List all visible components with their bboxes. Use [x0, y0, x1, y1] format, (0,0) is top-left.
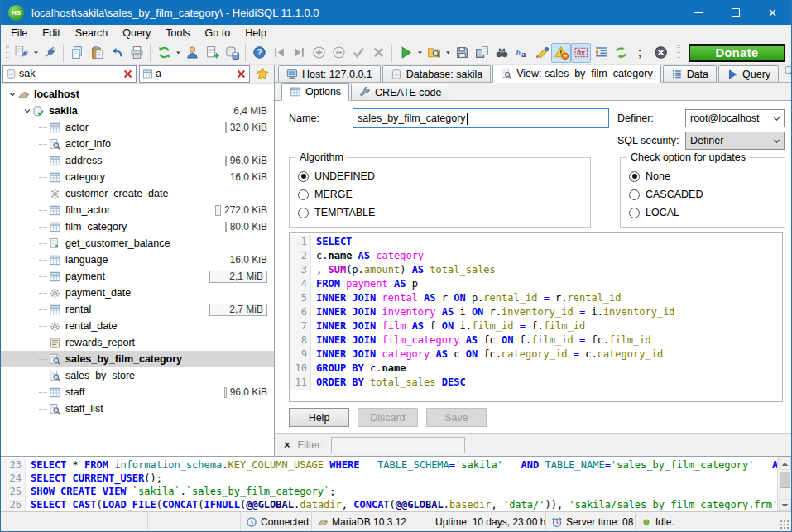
donate-grip[interactable] [677, 45, 680, 61]
discard-button[interactable]: Discard [358, 408, 418, 427]
tab-data[interactable]: Data [663, 65, 717, 82]
tree-item-sales_by_film_category[interactable]: sales_by_film_category [1, 351, 274, 367]
load-sql-file-button[interactable] [424, 43, 444, 63]
stop-query-button[interactable] [650, 43, 670, 63]
check-option-radio-none[interactable]: None [629, 167, 785, 185]
refresh-dropdown-button[interactable] [174, 43, 182, 63]
new-query-tab-button[interactable] [785, 64, 792, 79]
tab-host-127-0-0-1[interactable]: Host: 127.0.0.1 [278, 65, 381, 82]
check-option-radio-local[interactable]: LOCAL [629, 204, 785, 222]
tree-item-sales_by_store[interactable]: sales_by_store [1, 367, 274, 384]
delete-record-button[interactable] [329, 43, 348, 63]
load-sql-file-dropdown-button[interactable] [444, 43, 452, 63]
view-name-input[interactable]: sales_by_film_category [353, 108, 609, 128]
donate-button[interactable]: Donate [689, 44, 785, 62]
view-binary-as-hex-button[interactable]: 0x [571, 43, 591, 63]
tree-item-get_customer_balance[interactable]: get_customer_balance [1, 235, 274, 252]
subtab-create-code[interactable]: CREATE code [351, 84, 449, 100]
disconnect-button[interactable] [40, 43, 60, 63]
database-filter-input[interactable]: sak [2, 65, 137, 83]
sql-log[interactable]: 23SELECT * FROM information_schema.KEY_C… [1, 457, 777, 512]
tree-item-staff_list[interactable]: staff_list [1, 400, 274, 417]
copy-button[interactable] [67, 43, 87, 63]
menu-file[interactable]: File [3, 26, 35, 41]
tree-item-payment_date[interactable]: payment_date [1, 285, 274, 301]
tree-chevron-icon[interactable] [22, 106, 32, 116]
tree-item-film_actor[interactable]: film_actor272,0 KiB [1, 202, 274, 218]
tree-item-customer_create_date[interactable]: customer_create_date [1, 185, 274, 202]
export-database-button[interactable] [202, 43, 222, 63]
session-manager-dropdown-button[interactable] [31, 43, 40, 63]
favorites-button[interactable] [252, 65, 271, 83]
save-sql-as-button[interactable] [472, 43, 492, 63]
print-button[interactable] [127, 43, 146, 63]
tree-chevron-icon[interactable] [7, 89, 17, 99]
menu-query[interactable]: Query [115, 26, 158, 41]
reformat-sql-button[interactable] [531, 43, 551, 63]
tree-item-actor[interactable]: actor32,0 KiB [1, 119, 274, 136]
highlight-errors-button[interactable] [551, 43, 571, 63]
table-filter-input[interactable]: a [139, 65, 250, 83]
scroll-up-button[interactable] [779, 458, 791, 470]
menu-search[interactable]: Search [68, 26, 116, 41]
tree-item-payment[interactable]: payment2,1 MiB [1, 268, 274, 285]
algorithm-radio-temptable[interactable]: TEMPTABLE [298, 204, 590, 222]
resize-grip[interactable] [780, 520, 790, 530]
tree-item-sakila[interactable]: sakila6,4 MiB [1, 103, 274, 119]
last-record-button[interactable] [289, 43, 309, 63]
scroll-down-button[interactable] [779, 499, 791, 511]
menu-goto[interactable]: Go to [198, 26, 238, 41]
log-scrollbar[interactable] [777, 457, 791, 512]
filter-input[interactable] [331, 437, 465, 453]
check-option-radio-cascaded[interactable]: CASCADED [629, 185, 785, 204]
post-changes-button[interactable] [348, 43, 368, 63]
undo-button[interactable] [107, 43, 127, 63]
paste-button[interactable] [87, 43, 107, 63]
definer-combobox[interactable]: root@localhost [685, 109, 785, 127]
tree-item-category[interactable]: category16,0 KiB [1, 169, 274, 185]
tab-view-sales-by-film-category[interactable]: View: sales_by_film_category [492, 65, 660, 83]
save-blob-button[interactable] [222, 43, 242, 63]
tree-item-rewards_report[interactable]: rewards_report [1, 334, 274, 351]
tree-item-language[interactable]: language16,0 KiB [1, 252, 274, 268]
algorithm-radio-merge[interactable]: MERGE [298, 185, 590, 204]
definer-dropdown-button[interactable] [770, 110, 784, 127]
menu-help[interactable]: Help [238, 26, 274, 41]
filter-close-icon[interactable]: × [284, 439, 290, 450]
help-button[interactable]: ? [249, 43, 269, 63]
tree-item-rental_date[interactable]: rental_date [1, 318, 274, 334]
cancel-editing-button[interactable] [368, 43, 388, 63]
algorithm-radio-undefined[interactable]: UNDEFINED [298, 167, 590, 185]
find-replace-button[interactable] [492, 43, 511, 63]
tree-item-staff[interactable]: staff96,0 KiB [1, 384, 274, 400]
first-record-button[interactable] [269, 43, 289, 63]
red-x-icon[interactable] [236, 69, 247, 79]
auto-indent-button[interactable] [591, 43, 611, 63]
toolbar-grip[interactable] [6, 45, 9, 61]
maximize-button[interactable] [717, 0, 754, 25]
tree-item-rental[interactable]: rental2,7 MiB [1, 301, 274, 318]
insert-record-button[interactable] [309, 43, 329, 63]
red-x-icon[interactable] [122, 69, 133, 79]
session-manager-button[interactable] [12, 43, 31, 63]
view-sql-editor[interactable]: 1SELECT2c.name AS category3, SUM(p.amoun… [289, 232, 783, 402]
menu-tools[interactable]: Tools [158, 26, 197, 41]
set-delimiter-button[interactable]: ; [631, 43, 650, 63]
tree-item-actor_info[interactable]: actor_info [1, 136, 274, 152]
minimize-button[interactable] [679, 0, 717, 25]
execute-sql-button[interactable] [396, 43, 415, 63]
scrollbar-thumb[interactable] [780, 472, 790, 488]
save-sql-button[interactable] [452, 43, 472, 63]
tree-item-address[interactable]: address96,0 KiB [1, 152, 274, 169]
subtab-options[interactable]: Options [281, 83, 349, 101]
reconnect-button[interactable] [611, 43, 631, 63]
user-manager-button[interactable] [182, 43, 202, 63]
tab-database-sakila[interactable]: Database: sakila [382, 65, 491, 82]
help-button[interactable]: Help [289, 408, 349, 427]
save-button[interactable]: Save [426, 408, 487, 427]
tree-item-localhost[interactable]: localhost [1, 86, 274, 103]
execute-sql-dropdown-button[interactable] [415, 43, 424, 63]
close-button[interactable]: ✕ [754, 0, 791, 25]
toggle-case-button[interactable]: ba [511, 43, 531, 63]
tree-item-film_category[interactable]: film_category80,0 KiB [1, 218, 274, 235]
